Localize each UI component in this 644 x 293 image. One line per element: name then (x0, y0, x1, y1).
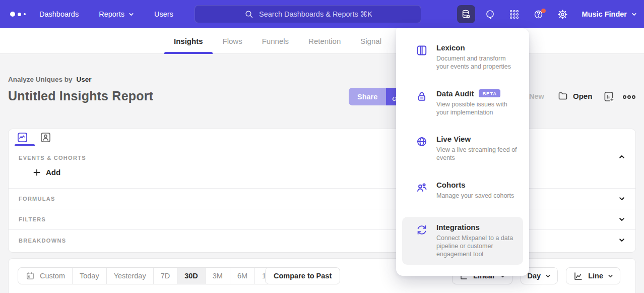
menu-item-live-view[interactable]: Live View View a live streaming feed of … (402, 129, 523, 168)
section-events-cohorts: EVENTS & COHORTS Add (9, 146, 635, 189)
section-filters[interactable]: FILTERS (9, 209, 635, 230)
project-name: Music Finder (582, 10, 627, 18)
menu-item-title: Cohorts (436, 181, 466, 189)
menu-item-description: View possible issues with your implement… (436, 100, 518, 117)
new-button[interactable]: New (529, 92, 544, 100)
menu-item-description: Document and transform your events and p… (436, 54, 518, 71)
compare-to-past-button[interactable]: Compare to Past (265, 267, 340, 284)
data-management-button[interactable] (457, 5, 475, 23)
section-label: EVENTS & COHORTS (19, 155, 86, 161)
help-button[interactable] (530, 5, 548, 23)
menu-item-title: Integrations (436, 223, 480, 231)
menu-item-description: Connect Mixpanel to a data pipeline or c… (436, 234, 518, 259)
nav-link-users[interactable]: Users (154, 10, 173, 18)
section-breakdowns[interactable]: BREAKDOWNS (9, 230, 635, 251)
collapse-section-button[interactable] (618, 153, 625, 160)
menu-item-description: View a live streaming feed of events (436, 146, 518, 162)
expand-section-button[interactable] (618, 216, 625, 223)
grid-dots-icon (508, 9, 520, 20)
range-label: Yesterday (114, 272, 146, 280)
add-chart-icon (603, 90, 615, 103)
section-label: FORMULAS (19, 196, 55, 202)
menu-item-data-audit[interactable]: Data Audit BETA View possible issues wit… (402, 83, 523, 123)
menu-item-title: Live View (436, 135, 471, 143)
range-label: 6M (237, 272, 247, 280)
compare-label: Compare to Past (274, 272, 332, 280)
range-yesterday[interactable]: Yesterday (106, 268, 153, 284)
add-event-button[interactable]: Add (33, 168, 60, 177)
tab-metrics-view[interactable] (16, 131, 29, 144)
chart-type-selector[interactable]: Line (566, 267, 620, 284)
range-label: 30D (184, 272, 198, 280)
menu-item-lexicon[interactable]: Lexicon Document and transform your even… (402, 37, 523, 77)
search-input[interactable] (259, 10, 372, 18)
analyze-line: Analyze Uniques by User (8, 76, 92, 83)
range-7d[interactable]: 7D (153, 268, 177, 284)
chart-type-label: Line (588, 272, 603, 280)
settings-button[interactable] (554, 5, 572, 23)
tab-label: Funnels (262, 37, 289, 45)
sync-arrows-icon (415, 223, 428, 237)
interval-label: Day (528, 272, 541, 280)
menu-item-cohorts[interactable]: Cohorts Manage your saved cohorts (402, 174, 523, 206)
nav-link-reports[interactable]: Reports (99, 10, 134, 18)
range-label: 7D (161, 272, 170, 280)
mixpanel-logo-icon[interactable] (10, 12, 32, 17)
feedback-button[interactable] (481, 5, 499, 23)
global-search[interactable] (195, 5, 421, 23)
more-options-button[interactable] (622, 94, 636, 100)
chevron-down-icon (618, 216, 625, 223)
page-title[interactable]: Untitled Insights Report (8, 89, 153, 103)
range-custom[interactable]: Custom (18, 268, 72, 284)
share-label[interactable]: Share (349, 88, 386, 105)
database-gear-icon (460, 9, 472, 20)
chevron-down-icon (618, 195, 625, 202)
tab-funnels[interactable]: Funnels (262, 28, 289, 54)
range-3m[interactable]: 3M (205, 268, 230, 284)
range-today[interactable]: Today (72, 268, 106, 284)
query-mode-tabs (9, 129, 635, 146)
top-nav-actions: Music Finder (457, 0, 637, 28)
top-nav-links: Dashboards Reports Users (39, 10, 173, 18)
add-to-dashboard-button[interactable] (603, 90, 615, 103)
range-30d[interactable]: 30D (177, 268, 205, 284)
chevron-down-icon (545, 273, 551, 279)
tab-flows[interactable]: Flows (223, 28, 242, 54)
chevron-down-icon (608, 273, 613, 279)
data-management-menu: Lexicon Document and transform your even… (396, 28, 529, 276)
menu-item-description: Manage your saved cohorts (436, 192, 514, 200)
tab-signal[interactable]: Signal (360, 28, 381, 54)
project-selector[interactable]: Music Finder (582, 10, 637, 18)
tab-insights[interactable]: Insights (174, 28, 203, 54)
chevron-down-icon (631, 12, 637, 17)
tab-profiles-view[interactable] (39, 131, 52, 144)
top-nav-bar: Dashboards Reports Users (0, 0, 644, 28)
search-icon (244, 9, 254, 20)
plus-icon (33, 168, 41, 177)
expand-section-button[interactable] (618, 195, 625, 202)
nav-link-label: Dashboards (39, 10, 79, 18)
user-profile-icon (39, 131, 52, 144)
analyze-entity[interactable]: User (77, 76, 92, 83)
range-label: Today (80, 272, 99, 280)
tab-retention[interactable]: Retention (308, 28, 341, 54)
globe-icon (415, 135, 428, 148)
nav-link-label: Users (154, 10, 173, 18)
range-6m[interactable]: 6M (230, 268, 254, 284)
range-label: 3M (213, 272, 223, 280)
date-range-control: Custom Today Yesterday 7D 30D 3M 6M 12M (18, 267, 284, 284)
app-window: Dashboards Reports Users (0, 0, 644, 293)
beta-badge: BETA (479, 89, 500, 97)
section-formulas[interactable]: FORMULAS (9, 189, 635, 209)
ellipsis-icon (622, 94, 636, 100)
chevron-up-icon (618, 153, 625, 160)
expand-section-button[interactable] (618, 237, 625, 244)
section-label: BREAKDOWNS (19, 238, 66, 244)
nav-link-dashboards[interactable]: Dashboards (39, 10, 79, 18)
open-button[interactable]: Open (557, 90, 592, 101)
range-label: Custom (40, 272, 65, 280)
apps-grid-button[interactable] (505, 5, 524, 23)
menu-item-integrations[interactable]: Integrations Connect Mixpanel to a data … (402, 217, 523, 265)
tab-label: Flows (223, 37, 242, 45)
gear-icon (557, 9, 568, 20)
